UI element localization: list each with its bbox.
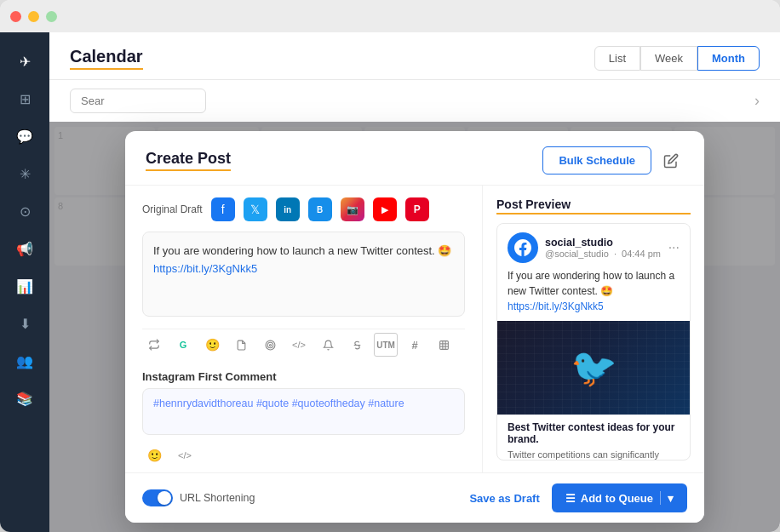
hashtag-icon[interactable]: # — [403, 333, 427, 357]
emoji-icon[interactable]: 🙂 — [200, 333, 224, 357]
instagram-comment-label: Instagram First Comment — [142, 370, 465, 383]
preview-user-info: social_studio @social_studio · 04:44 pm — [538, 237, 668, 259]
preview-card-desc: Twitter competitions can significantly i… — [508, 449, 680, 460]
twitter-tab[interactable]: 𝕏 — [244, 197, 267, 221]
page-title: Calendar — [70, 47, 143, 70]
bell-icon[interactable] — [316, 333, 340, 357]
download-icon: ⬇ — [20, 316, 31, 332]
table-icon[interactable] — [432, 333, 456, 357]
chevron-down-icon[interactable]: ▾ — [668, 492, 674, 505]
preview-panel: Post Preview social_studio — [483, 186, 704, 472]
grammarly-icon[interactable]: G — [171, 333, 195, 357]
sidebar-item-books[interactable]: 📚 — [9, 383, 40, 414]
facebook-tab[interactable]: f — [211, 197, 235, 221]
sidebar-item-support[interactable]: ⊙ — [9, 196, 40, 226]
modal-body: Original Draft f 𝕏 in B 📷 ▶ P — [125, 186, 704, 472]
sidebar-item-grid[interactable]: ⊞ — [9, 83, 40, 114]
modal-title: Create Post — [146, 150, 231, 171]
compass-icon: ✈ — [20, 54, 31, 70]
svg-rect-4 — [439, 340, 448, 349]
preview-post-link[interactable]: https://bit.ly/3KgNkk5 — [508, 300, 604, 312]
svg-point-1 — [267, 342, 273, 348]
compose-toolbar: G 🙂 </> — [142, 329, 465, 360]
calendar-toolbar: › — [49, 80, 780, 122]
preview-card-header: social_studio @social_studio · 04:44 pm — [497, 224, 690, 268]
preview-card-content: Best Twitter contest ideas for your bran… — [497, 415, 690, 460]
compose-text-area[interactable]: If you are wondering how to launch a new… — [142, 232, 465, 317]
compose-link[interactable]: https://bit.ly/3KgNkk5 — [153, 262, 257, 275]
main-content: Calendar List Week Month › 1 — [49, 32, 780, 532]
create-post-modal: Create Post Bulk Schedule — [125, 131, 704, 523]
list-view-button[interactable]: List — [594, 46, 640, 71]
people-icon: 👥 — [16, 353, 33, 369]
titlebar — [0, 0, 780, 32]
bulk-schedule-button[interactable]: Bulk Schedule — [542, 146, 651, 174]
url-shortening-toggle-switch[interactable] — [142, 489, 173, 506]
linkedin-tab[interactable]: in — [276, 197, 300, 221]
minimize-button[interactable] — [28, 11, 39, 22]
calendar-area: 1 2 youtu... 3 4 5 — [49, 122, 780, 532]
preview-card-title: Best Twitter contest ideas for your bran… — [508, 421, 680, 445]
instagram-comment-section: Instagram First Comment #hennrydavidthor… — [142, 370, 465, 467]
preview-post-text: If you are wondering how to launch a new… — [508, 270, 674, 297]
pinterest-tab[interactable]: P — [405, 197, 429, 221]
chevron-right-icon[interactable]: › — [754, 92, 760, 110]
sidebar-item-chart[interactable]: 📊 — [9, 271, 40, 301]
platform-tabs: Original Draft f 𝕏 in B 📷 ▶ P — [142, 197, 465, 221]
ig-code-icon[interactable]: </> — [173, 443, 197, 467]
original-draft-label: Original Draft — [142, 203, 203, 215]
close-button[interactable] — [10, 11, 21, 22]
add-to-queue-label: Add to Queue — [581, 492, 653, 505]
preview-handle-time: @social_studio · 04:44 pm — [545, 249, 668, 259]
sidebar-item-analytics[interactable]: ✳ — [9, 158, 40, 189]
instagram-comment-box[interactable]: #hennrydavidthoreau #quote #quoteoftheda… — [142, 388, 465, 435]
modal-footer: URL Shortening Save as Draft ☰ Add to Qu… — [125, 472, 704, 523]
button-separator — [660, 491, 661, 505]
month-view-button[interactable]: Month — [697, 46, 760, 71]
footer-actions: Save as Draft ☰ Add to Queue ▾ — [466, 483, 687, 512]
maximize-button[interactable] — [46, 11, 57, 22]
utm-icon[interactable]: UTM — [374, 333, 398, 357]
preview-username: social_studio — [545, 237, 668, 249]
grid-icon: ⊞ — [20, 91, 31, 107]
modal-overlay: Create Post Bulk Schedule — [49, 122, 780, 532]
sidebar-item-download[interactable]: ⬇ — [9, 308, 40, 339]
sidebar-item-chat[interactable]: 💬 — [9, 121, 40, 152]
add-to-queue-button[interactable]: ☰ Add to Queue ▾ — [552, 483, 687, 512]
megaphone-icon: 📢 — [16, 241, 33, 257]
support-icon: ⊙ — [20, 203, 31, 220]
sidebar-item-megaphone[interactable]: 📢 — [9, 233, 40, 264]
file-icon[interactable] — [229, 333, 253, 357]
repost-icon[interactable] — [142, 333, 166, 357]
more-options-icon[interactable]: ··· — [668, 240, 680, 255]
app-window: ✈ ⊞ 💬 ✳ ⊙ 📢 📊 ⬇ 👥 — [0, 0, 780, 532]
toggle-knob — [158, 491, 171, 505]
buffer-tab[interactable]: B — [308, 197, 332, 221]
queue-icon: ☰ — [565, 492, 576, 505]
ig-emoji-icon[interactable]: 🙂 — [142, 443, 166, 467]
edit-icon[interactable] — [658, 148, 684, 174]
compose-panel: Original Draft f 𝕏 in B 📷 ▶ P — [125, 186, 483, 472]
calendar-header: Calendar List Week Month — [49, 32, 780, 80]
view-buttons: List Week Month — [594, 46, 760, 71]
url-shortening-toggle: URL Shortening — [142, 489, 255, 506]
youtube-tab[interactable]: ▶ — [373, 197, 397, 221]
sidebar: ✈ ⊞ 💬 ✳ ⊙ 📢 📊 ⬇ 👥 — [0, 32, 49, 532]
target-icon[interactable] — [258, 333, 282, 357]
chart-icon: 📊 — [16, 278, 33, 295]
preview-handle: @social_studio — [545, 249, 609, 259]
preview-text: If you are wondering how to launch a new… — [497, 268, 690, 321]
strikethrough-icon[interactable] — [345, 333, 369, 357]
twitter-bird-icon: 🐦 — [571, 346, 617, 390]
url-shortening-label: URL Shortening — [180, 492, 255, 504]
sidebar-item-compass[interactable]: ✈ — [9, 46, 40, 77]
code-icon[interactable]: </> — [287, 333, 311, 357]
svg-point-2 — [269, 344, 271, 346]
preview-time: 04:44 pm — [622, 249, 661, 259]
sidebar-item-people[interactable]: 👥 — [9, 346, 40, 376]
instagram-tab[interactable]: 📷 — [341, 197, 364, 221]
save-draft-button[interactable]: Save as Draft — [466, 492, 542, 505]
compose-text: If you are wondering how to launch a new… — [153, 244, 451, 257]
search-input[interactable] — [70, 89, 206, 113]
week-view-button[interactable]: Week — [640, 46, 697, 71]
